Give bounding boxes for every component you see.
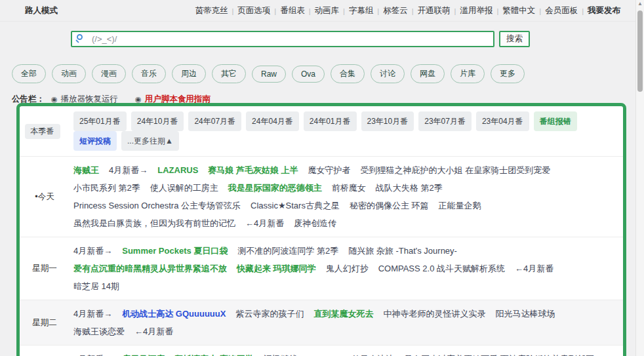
search-button[interactable]: 搜索 (499, 31, 530, 47)
anime-title-link[interactable]: 机动战士高达 GQuuuuuuX (122, 309, 226, 319)
anime-title-link[interactable]: 秘密的偶像公主 环篇 (350, 201, 429, 210)
nav-link-10[interactable]: 会员面板 (545, 5, 578, 16)
anime-title-link[interactable]: Classic★Stars古典之星 (251, 201, 340, 210)
scrollbar-thumb[interactable] (637, 10, 643, 92)
nav-link-1[interactable]: 茵蒂克丝 (195, 5, 228, 16)
anime-title-link[interactable]: Princess Session Orchestra 公主专场管弦乐 (73, 201, 241, 210)
anime-title-link[interactable]: 随兴旅 杂旅 -That's Journey- (348, 246, 457, 256)
nav-link-11[interactable]: 我要发布 (588, 5, 620, 16)
category-pill-7[interactable]: Raw (252, 66, 286, 83)
anime-title-link[interactable]: 测不准的阿波连同学 第2季 (237, 246, 338, 256)
mode-label[interactable]: 路人模式 (25, 5, 58, 16)
nav-link-3[interactable]: 番组表 (280, 5, 305, 16)
anime-title-link[interactable]: 战队大失格 第2季 (376, 183, 443, 193)
season-marker: 4月新番→ (73, 309, 112, 319)
period-chip-3[interactable]: 24年07月番 (188, 111, 241, 131)
current-season-chip[interactable]: 本季番 (25, 124, 60, 139)
category-pill-3[interactable]: 漫画 (92, 64, 126, 83)
category-pill-4[interactable]: 音乐 (132, 64, 166, 83)
period-chip-2[interactable]: 24年10月番 (131, 111, 184, 131)
category-pill-6[interactable]: 其它 (212, 64, 246, 83)
category-pill-13[interactable]: 更多 (491, 64, 525, 83)
anime-title-link[interactable]: 暗芝居 14期 (73, 281, 119, 291)
nav-link-2[interactable]: 页面选项 (237, 5, 270, 16)
nav-link-9[interactable]: 繁體中文 (502, 5, 535, 16)
schedule-table: 本季番25年01月番24年10月番24年07月番24年04月番24年01月番23… (16, 103, 626, 356)
anime-title-link[interactable]: 正能量企鹅 (439, 201, 481, 210)
anime-title-link[interactable]: 阳光马达棒球场 (495, 309, 555, 319)
day-label: •今天 (20, 157, 70, 237)
nav-separator: | (309, 7, 311, 15)
more-periods-chip[interactable]: ...更多往期▲ (121, 131, 179, 151)
anime-title-link[interactable]: 小市民系列 第2季 (73, 183, 140, 193)
day-titles: 4月新番→Summer Pockets 夏日口袋测不准的阿波连同学 第2季随兴旅… (70, 237, 623, 300)
day-label: 星期一 (20, 237, 70, 300)
period-chip-7[interactable]: 23年07月番 (418, 111, 472, 131)
anime-title-link[interactable]: 爱有点沉重的暗黑精灵从异世界紧追不放 (73, 264, 227, 273)
report-chip[interactable]: 番组报错 (534, 111, 577, 131)
season-marker: ←4月新番 (134, 326, 173, 336)
anime-title-link[interactable]: 使人误解的工房主 (150, 183, 218, 193)
anime-title-link[interactable]: 中神寺老师的灵怪讲义实录 (383, 309, 485, 319)
anime-title-link[interactable]: Summer Pockets 夏日口袋 (122, 246, 228, 256)
anime-title-link[interactable]: LAZARUS (157, 165, 198, 175)
category-pill-2[interactable]: 动画 (52, 64, 86, 83)
anime-title-link[interactable]: 我是星际国家的恶德领主 (228, 183, 322, 193)
schedule-header-row: 本季番25年01月番24年10月番24年07月番24年04月番24年01月番23… (20, 106, 623, 157)
category-pill-1[interactable]: 全部 (12, 64, 46, 83)
nav-link-7[interactable]: 开通联萌 (418, 5, 451, 16)
anime-title-link[interactable]: 废神创造传 (294, 218, 336, 228)
nav-link-8[interactable]: 滥用举报 (460, 5, 493, 16)
period-chip-5[interactable]: 24年01月番 (304, 111, 357, 131)
anime-title-link[interactable]: 魔女守护者 (308, 165, 351, 175)
review-chip[interactable]: 短评投稿 (73, 131, 117, 151)
search-icon (77, 34, 83, 40)
anime-title-link[interactable]: 鬼人幻灯抄 (326, 264, 369, 273)
anime-title-link[interactable]: 虽然我是白豚贵族，但因为我有前世的记忆 (73, 218, 235, 228)
anime-title-link[interactable]: 直到某魔女死去 (313, 309, 373, 319)
nav-separator: | (274, 7, 276, 15)
anime-title-link[interactable]: 快藏起来 玛琪娜同学 (237, 264, 316, 273)
day-titles: 海贼王4月新番→LAZARUS赛马娘 芦毛灰姑娘 上半魔女守护者受到狸猫之神庇护… (70, 157, 623, 237)
category-pill-12[interactable]: 片库 (451, 64, 485, 83)
top-bar: 路人模式 茵蒂克丝|页面选项|番组表|动画库|字幕组|标签云|开通联萌|滥用举报… (0, 0, 644, 22)
category-pill-9[interactable]: 合集 (331, 64, 365, 83)
schedule-row: 星期三4月新番→启示录酒店拜托请穿上 鹰峰同学记忆缝线Your Forma外星人… (20, 346, 623, 356)
period-chip-4[interactable]: 24年04月番 (246, 111, 299, 131)
nav-separator: | (377, 7, 379, 15)
season-marker: ←4月新番 (515, 264, 553, 273)
topbar-nav: 茵蒂克丝|页面选项|番组表|动画库|字幕组|标签云|开通联萌|滥用举报|繁體中文… (195, 5, 620, 16)
season-marker: 4月新番→ (109, 165, 148, 175)
header-chips: 25年01月番24年10月番24年07月番24年04月番24年01月番23年10… (70, 106, 623, 156)
day-titles: 4月新番→机动战士高达 GQuuuuuuX紫云寺家的孩子们直到某魔女死去中神寺老… (70, 300, 623, 345)
category-pill-5[interactable]: 周边 (172, 64, 206, 83)
nav-link-6[interactable]: 标签云 (383, 5, 408, 16)
search-box (71, 31, 494, 47)
day-label: 星期三 (20, 346, 70, 356)
search-row: 搜索 (71, 31, 644, 47)
anime-title-link[interactable]: 海贼王谈恋爱 (73, 326, 125, 336)
search-input[interactable] (71, 31, 494, 47)
period-chip-8[interactable]: 23年04月番 (476, 111, 529, 131)
anime-title-link[interactable]: 受到狸猫之神庇护的大小姐 在皇家骑士团受到宠爱 (361, 165, 551, 175)
nav-separator: | (231, 7, 233, 15)
category-pill-10[interactable]: 讨论 (371, 64, 405, 83)
anime-title-link[interactable]: 前桥魔女 (332, 183, 366, 193)
nav-separator: | (582, 7, 584, 15)
day-label: 星期二 (20, 300, 70, 345)
anime-title-link[interactable]: 海贼王 (73, 165, 99, 175)
anime-title-link[interactable]: 紫云寺家的孩子们 (235, 309, 304, 319)
anime-title-link[interactable]: 赛马娘 芦毛灰姑娘 上半 (208, 165, 298, 175)
category-pill-8[interactable]: Ova (292, 66, 325, 83)
nav-separator: | (496, 7, 498, 15)
period-chip-1[interactable]: 25年01月番 (73, 111, 127, 131)
nav-link-5[interactable]: 字幕组 (349, 5, 374, 16)
category-pill-11[interactable]: 网盘 (411, 64, 445, 83)
nav-link-4[interactable]: 动画库 (314, 5, 339, 16)
schedule-row: 星期二4月新番→机动战士高达 GQuuuuuuX紫云寺家的孩子们直到某魔女死去中… (20, 300, 623, 346)
scrollbar[interactable]: ▲ (635, 0, 644, 356)
nav-separator: | (343, 7, 345, 15)
scrollbar-up-icon[interactable]: ▲ (636, 0, 644, 8)
period-chip-6[interactable]: 23年10月番 (361, 111, 414, 131)
anime-title-link[interactable]: COMPASS 2.0 战斗天赋解析系统 (378, 264, 505, 273)
